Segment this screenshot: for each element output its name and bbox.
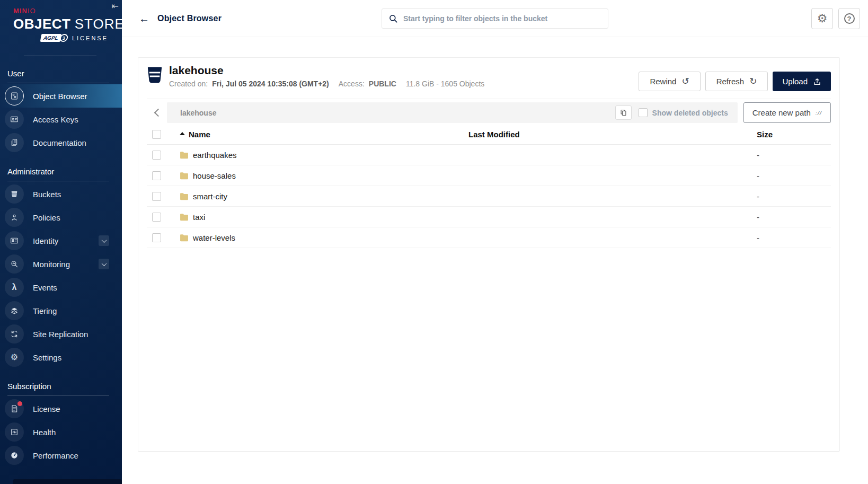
show-deleted-checkbox[interactable] (639, 108, 648, 117)
license-notification-dot (17, 401, 22, 406)
sidebar-item-label: Site Replication (33, 330, 122, 339)
sidebar: ⇤ MINIO OBJECT STORE AGPL3 LICENSE User … (0, 0, 122, 484)
search-input[interactable] (403, 14, 601, 23)
sidebar-item-tiering[interactable]: Tiering (0, 299, 122, 322)
copy-path-button[interactable] (615, 105, 632, 120)
path-back-button[interactable] (147, 102, 167, 123)
sidebar-item-label: Documentation (33, 138, 122, 147)
sidebar-item-label: Access Keys (33, 115, 122, 124)
settings-button[interactable]: ⚙ (811, 8, 833, 29)
create-new-path-button[interactable]: Create new path :// (743, 102, 831, 123)
gear-icon: ⚙ (817, 13, 828, 24)
rewind-icon: ↺ (681, 76, 689, 87)
table-row[interactable]: water-levels - (147, 227, 831, 248)
sidebar-item-settings[interactable]: ⚙ Settings (0, 346, 122, 369)
copy-icon (619, 109, 627, 117)
sidebar-item-label: Events (33, 283, 122, 292)
section-title: Subscription (0, 382, 122, 395)
sidebar-item-identity[interactable]: Identity (0, 229, 122, 252)
section-title: Administrator (0, 167, 122, 181)
row-checkbox[interactable] (152, 192, 161, 201)
identity-icon (5, 231, 24, 250)
bucket-usage: 11.8 GiB - 1605 Objects (406, 80, 484, 88)
select-all-checkbox[interactable] (152, 130, 161, 139)
row-checkbox[interactable] (152, 171, 161, 180)
sidebar-item-label: Object Browser (33, 92, 122, 101)
search-icon (388, 14, 398, 23)
sidebar-item-license[interactable]: License (0, 397, 122, 420)
column-header-size[interactable]: Size (757, 130, 831, 139)
show-deleted-toggle[interactable]: Show deleted objects (639, 108, 728, 117)
folder-icon (180, 213, 189, 221)
sidebar-partial-item (13, 479, 122, 484)
table-row[interactable]: earthquakes - (147, 145, 831, 165)
column-header-last-modified[interactable]: Last Modified (468, 130, 757, 139)
page-title: Object Browser (157, 14, 222, 23)
sidebar-section-subscription: Subscription License Health Performance (0, 382, 122, 467)
sidebar-item-monitoring[interactable]: Monitoring (0, 252, 122, 276)
sidebar-item-performance[interactable]: Performance (0, 444, 122, 467)
bucket-header: lakehouse Created on: Fri, Jul 05 2024 1… (147, 58, 831, 99)
sidebar-collapse-icon[interactable]: ⇤ (112, 2, 119, 11)
bucket-name: lakehouse (169, 64, 639, 77)
chevron-down-icon[interactable] (99, 235, 109, 246)
row-checkbox[interactable] (152, 151, 161, 160)
objects-table: Name Last Modified Size earthquakes - ho… (147, 124, 831, 248)
sidebar-item-label: License (33, 404, 122, 413)
buckets-icon (5, 184, 24, 204)
upload-icon (813, 77, 821, 86)
sidebar-item-documentation[interactable]: Documentation (0, 131, 122, 154)
sidebar-item-health[interactable]: Health (0, 420, 122, 444)
table-row[interactable]: taxi - (147, 207, 831, 227)
folder-icon (180, 234, 189, 242)
folder-icon (180, 192, 189, 200)
minio-wordmark: MINIO (13, 7, 109, 15)
back-arrow-icon[interactable]: ← (139, 13, 149, 24)
table-row[interactable]: smart-city - (147, 186, 831, 207)
sidebar-item-access-keys[interactable]: Access Keys (0, 108, 122, 131)
refresh-icon: ↻ (749, 76, 757, 87)
sidebar-item-events[interactable]: λ Events (0, 276, 122, 299)
sidebar-item-label: Performance (33, 451, 122, 460)
back-navigation[interactable]: ← Object Browser (122, 13, 222, 24)
access-label: Access: (339, 80, 365, 88)
sidebar-section-administrator: Administrator Buckets Policies Identity (0, 167, 122, 369)
browse-bar: lakehouse Show deleted objects Create ne… (147, 102, 831, 123)
section-title: User (0, 69, 122, 83)
sidebar-item-buckets[interactable]: Buckets (0, 182, 122, 206)
filter-search-box[interactable] (382, 8, 608, 29)
chevron-down-icon[interactable] (99, 259, 109, 269)
folder-icon (180, 151, 189, 159)
documentation-icon (5, 133, 24, 152)
column-header-name[interactable]: Name (180, 130, 468, 139)
table-row[interactable]: house-sales - (147, 165, 831, 186)
chevron-left-icon (154, 109, 162, 117)
table-header-row: Name Last Modified Size (147, 124, 831, 145)
rewind-button[interactable]: Rewind↺ (639, 72, 700, 91)
sidebar-item-policies[interactable]: Policies (0, 206, 122, 229)
settings-icon: ⚙ (5, 348, 24, 367)
refresh-button[interactable]: Refresh↻ (705, 72, 768, 91)
access-keys-icon (5, 110, 24, 129)
object-name: house-sales (193, 171, 236, 180)
object-size: - (757, 192, 831, 201)
policies-icon (5, 208, 24, 227)
upload-button[interactable]: Upload (773, 72, 831, 91)
help-button[interactable]: ? (838, 8, 860, 29)
folder-icon (180, 172, 189, 180)
object-size: - (757, 233, 831, 242)
product-wordmark: OBJECT STORE (13, 16, 109, 32)
object-size: - (757, 171, 831, 180)
agpl-badge: AGPL3 (40, 34, 68, 42)
sidebar-item-label: Settings (33, 353, 122, 362)
object-name: smart-city (193, 192, 227, 201)
sidebar-item-site-replication[interactable]: Site Replication (0, 322, 122, 346)
row-checkbox[interactable] (152, 213, 161, 222)
row-checkbox[interactable] (152, 233, 161, 242)
sidebar-item-object-browser[interactable]: Object Browser (0, 84, 122, 108)
sort-ascending-icon (180, 132, 185, 135)
sidebar-item-label: Tiering (33, 306, 122, 315)
logo-divider (24, 56, 96, 56)
sidebar-item-label: Health (33, 428, 122, 437)
created-label: Created on: (169, 80, 208, 88)
